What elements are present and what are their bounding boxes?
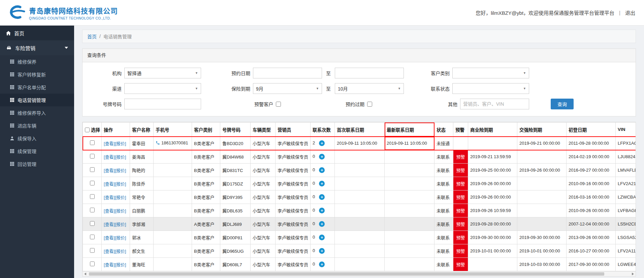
sidebar-item-telemarketing[interactable]: 电话营销管理 — [0, 94, 74, 106]
action-link[interactable]: [查看] — [104, 262, 115, 267]
action-link[interactable]: [查看] — [104, 154, 115, 160]
row-select-checkbox[interactable] — [90, 194, 95, 199]
appoint-date-to-input[interactable] — [335, 68, 404, 78]
sidebar-item-renewal-management[interactable]: 续保管理 — [0, 145, 74, 158]
agent-cell: 李卢敏续保专员 — [276, 150, 311, 164]
action-link[interactable]: [报价] — [115, 222, 126, 227]
select-all-checkbox[interactable] — [85, 128, 90, 132]
action-link[interactable]: [查看] — [104, 222, 115, 227]
row-select-checkbox[interactable] — [90, 208, 95, 212]
action-link[interactable]: [报价] — [115, 181, 126, 186]
add-contact-icon[interactable]: + — [319, 154, 325, 160]
customer-name-cell: 陈佳乔 — [130, 177, 154, 190]
action-link[interactable]: [查看] — [104, 208, 115, 213]
action-link[interactable]: [报价] — [115, 154, 126, 160]
other-input[interactable] — [460, 99, 529, 109]
scroll-left-button[interactable] — [83, 272, 88, 276]
add-contact-icon[interactable]: + — [319, 208, 325, 213]
action-link[interactable]: [查看] — [104, 235, 115, 240]
first-contact-date-cell — [335, 150, 385, 164]
breadcrumb-home-link[interactable]: 首页 — [87, 33, 97, 40]
scrollbar-track[interactable] — [88, 272, 630, 276]
action-link[interactable]: [报价] — [115, 235, 126, 240]
insurance-due-label: 保险到期 — [213, 85, 253, 92]
add-contact-icon[interactable]: + — [319, 221, 325, 227]
sidebar-item-customer-transfer[interactable]: 客户转移复新 — [0, 68, 74, 81]
contact-count-value: 0 — [313, 248, 315, 253]
row-select-checkbox[interactable] — [90, 154, 95, 159]
status-cell: 未联系 — [434, 150, 453, 164]
phone-icon[interactable] — [156, 141, 160, 146]
row-select-cell — [83, 164, 102, 177]
sidebar-item-renewal-import[interactable]: 续保导入 — [0, 132, 74, 145]
row-select-checkbox[interactable] — [90, 221, 95, 226]
sidebar-item-instore-vehicles[interactable]: 进店车辆 — [0, 119, 74, 132]
add-contact-icon[interactable]: + — [319, 262, 325, 267]
row-select-checkbox[interactable] — [90, 248, 95, 253]
action-link[interactable]: [报价] — [115, 168, 126, 173]
sidebar-section-vehicle-insurance-marketing[interactable]: 车险营销 — [0, 40, 74, 55]
action-link[interactable]: [报价] — [115, 208, 126, 213]
last-contact-date-cell — [385, 150, 434, 164]
row-select-checkbox[interactable] — [90, 235, 95, 239]
row-select-checkbox[interactable] — [90, 181, 95, 185]
channel-select[interactable]: ▼ — [124, 83, 201, 94]
action-link[interactable]: [报价] — [115, 195, 126, 200]
appoint-expired-checkbox[interactable] — [367, 102, 372, 107]
add-contact-icon[interactable]: + — [319, 167, 325, 173]
action-link[interactable]: [查看] — [104, 168, 115, 173]
vehicle-type-cell: 小型汽车 — [251, 150, 276, 164]
insurance-due-to-select[interactable]: 10月 ▼ — [335, 83, 404, 94]
plate-number-cell: 冀D831TC — [220, 164, 251, 177]
sidebar-item-home[interactable]: 首页 — [0, 26, 74, 40]
table-row: [查看][报价]常艳令B类老客户冀D9Y395小型汽车李卢敏续保专员0+未联系预… — [83, 190, 636, 204]
add-contact-icon[interactable]: + — [319, 194, 325, 200]
action-link[interactable]: [报价] — [115, 249, 126, 254]
add-contact-icon[interactable]: + — [319, 140, 325, 146]
vehicle-type-cell: 小型汽车 — [251, 164, 276, 177]
status-cell: 未联系 — [434, 217, 453, 231]
add-contact-icon[interactable]: + — [319, 235, 325, 240]
row-select-cell — [83, 190, 102, 204]
scroll-right-button[interactable] — [630, 272, 636, 276]
channel-label: 渠道 — [87, 85, 124, 92]
action-link[interactable]: [报价] — [115, 141, 126, 146]
warning-customer-checkbox[interactable] — [276, 102, 281, 107]
contact-status-select[interactable]: ▼ — [452, 83, 529, 94]
compulsory-insurance-due-cell: 2019-09-21 00:00:00 — [517, 137, 567, 150]
row-select-checkbox[interactable] — [90, 167, 95, 172]
action-link[interactable]: [查看] — [104, 249, 115, 254]
vin-cell: LMVAFLEC — [616, 164, 636, 177]
action-link[interactable]: [查看] — [104, 181, 115, 186]
status-cell: 未接通 — [434, 137, 453, 150]
table-row: [查看][报价]姜海昌B类老客户冀D84W68小型汽车李卢敏续保专员0+未联系预… — [83, 150, 636, 164]
add-contact-icon[interactable]: + — [319, 181, 325, 186]
compulsory-insurance-due-cell — [517, 177, 567, 190]
first-contact-date-cell — [335, 231, 385, 244]
vehicle-type-cell: 小型汽车 — [251, 177, 276, 190]
horizontal-scrollbar[interactable] — [83, 271, 636, 276]
first-registration-date-cell: 2016-10-27 00:00:00 — [567, 244, 616, 258]
row-select-checkbox[interactable] — [90, 262, 95, 266]
compulsory-insurance-due-cell: 2019-09-30 00:00:00 — [517, 231, 567, 244]
appoint-date-from-input[interactable] — [253, 68, 322, 78]
last-contact-date-cell — [385, 244, 434, 258]
sidebar-item-maintenance-import[interactable]: 维修保养导入 — [0, 106, 74, 119]
customer-type-select[interactable]: ▼ — [452, 68, 529, 78]
logout-link[interactable]: 退出 — [625, 9, 635, 16]
phone-cell — [154, 164, 192, 177]
search-button[interactable]: 查询 — [551, 99, 574, 109]
action-link[interactable]: [报价] — [115, 262, 126, 267]
sidebar-item-customer-list-assign[interactable]: 客户名单分配 — [0, 81, 74, 94]
add-contact-icon[interactable]: + — [319, 248, 325, 254]
row-select-checkbox[interactable] — [90, 140, 95, 145]
sidebar-item-maintenance[interactable]: 维修保养 — [0, 55, 74, 68]
org-select[interactable]: 智择通 ▼ — [124, 68, 201, 78]
plate-number-input[interactable] — [124, 99, 201, 109]
action-link[interactable]: [查看] — [104, 141, 115, 146]
insurance-due-from-select[interactable]: 9月 ▼ — [253, 83, 322, 94]
warning-badge: 预警 — [453, 190, 468, 204]
action-link[interactable]: [查看] — [104, 195, 115, 200]
sidebar-item-callback-management[interactable]: 回访管理 — [0, 158, 74, 170]
scrollbar-thumb[interactable] — [89, 272, 604, 276]
